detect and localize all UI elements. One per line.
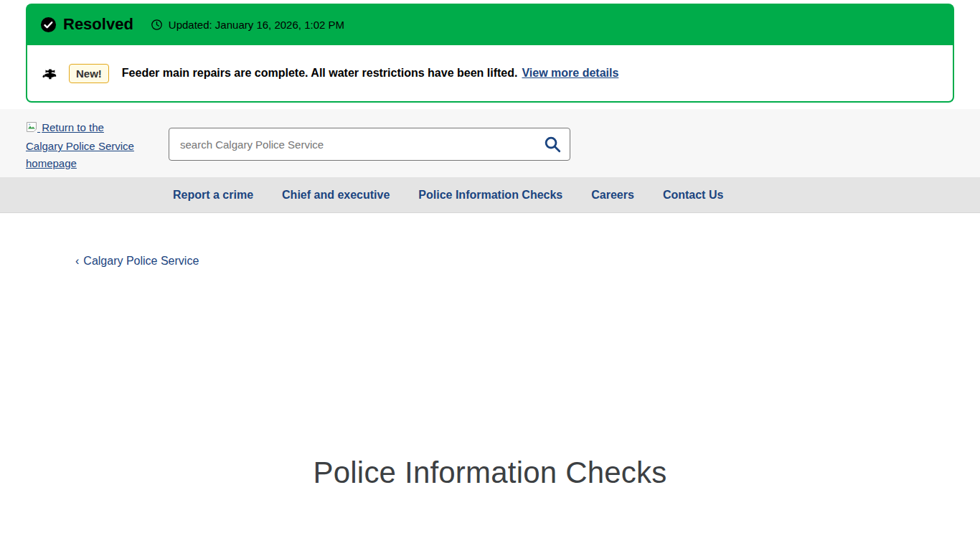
status-alert-header: Resolved Updated: January 16, 2026, 1:02… [26,4,954,45]
breadcrumb-link-calgary-police-service[interactable]: Calgary Police Service [83,255,199,268]
search-button[interactable] [543,134,563,154]
updated-text: Updated: January 16, 2026, 1:02 PM [169,19,344,31]
homepage-logo-link[interactable]: Return to the Calgary Police Service hom… [26,119,143,172]
broken-image-icon [26,123,40,135]
site-header: Return to the Calgary Police Service hom… [0,109,980,177]
page-title: Police Information Checks [0,456,980,490]
nav-item-contact-us[interactable]: Contact Us [663,189,723,202]
updated-timestamp: Updated: January 16, 2026, 1:02 PM [151,19,344,31]
breadcrumb: ‹ Calgary Police Service [75,255,199,268]
search-icon [543,135,562,154]
nav-item-careers[interactable]: Careers [591,189,634,202]
status-alert-body: New! Feeder main repairs are complete. A… [26,45,954,103]
new-badge: New! [69,64,109,83]
view-more-details-link[interactable]: View more details [522,67,618,80]
logo-alt-text: Return to the Calgary Police Service hom… [26,121,134,169]
main-content: ‹ Calgary Police Service Police Informat… [0,213,980,490]
nav-item-report-a-crime[interactable]: Report a crime [173,189,253,202]
nav-item-chief-and-executive[interactable]: Chief and executive [282,189,390,202]
search-box [169,128,570,161]
nav-item-police-information-checks[interactable]: Police Information Checks [418,189,562,202]
alert-message: Feeder main repairs are complete. All wa… [122,67,518,80]
faucet-icon [42,65,57,81]
search-input[interactable] [169,128,570,161]
status-label: Resolved [63,15,133,34]
clock-icon [151,19,163,31]
check-circle-icon [40,17,57,33]
status-alert: Resolved Updated: January 16, 2026, 1:02… [26,4,954,103]
chevron-left-icon: ‹ [75,255,79,268]
primary-nav: Report a crime Chief and executive Polic… [0,177,980,213]
